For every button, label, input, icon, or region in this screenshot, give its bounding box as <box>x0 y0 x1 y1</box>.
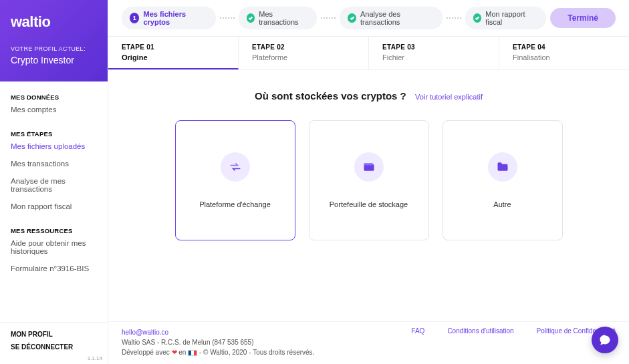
content-area: Où sont stockées vos cryptos ? Voir tuto… <box>108 70 629 321</box>
etape-number: ETAPE 03 <box>382 43 485 51</box>
nav-mes-comptes[interactable]: Mes comptes <box>0 101 108 118</box>
footer-terms[interactable]: Conditions d'utilisation <box>447 327 513 335</box>
sidebar-nav: MES DONNÉES Mes comptes MES ÉTAPES Mes f… <box>0 81 108 322</box>
chat-button[interactable] <box>592 327 618 353</box>
profile-name: Crypto Investor <box>11 55 97 65</box>
wizard-divider <box>321 17 336 19</box>
footer-faq[interactable]: FAQ <box>411 327 424 335</box>
step-number-badge: 1 <box>130 13 139 23</box>
footer-company: Waltio SAS - R.C.S. de Melun (847 535 65… <box>122 339 254 346</box>
side-heading-etapes: MES ÉTAPES <box>0 130 108 138</box>
main: 1 Mes fichiers cryptos Mes transactions … <box>108 0 629 364</box>
check-icon <box>348 13 356 23</box>
nav-fichiers-uploades[interactable]: Mes fichiers uploadés <box>0 138 108 155</box>
side-heading-ressources: MES RESSOURCES <box>0 227 108 234</box>
profile-label: VOTRE PROFIL ACTUEL: <box>11 45 97 52</box>
footer-links: FAQ Conditions d'utilisation Politique d… <box>411 327 616 335</box>
sidebar-bottom: MON PROFIL SE DÉCONNECTER 1.1.14 <box>0 322 108 364</box>
sidebar: waltio VOTRE PROFIL ACTUEL: Crypto Inves… <box>0 0 108 364</box>
etape-tab-4[interactable]: ETAPE 04 Finalisation <box>499 37 629 69</box>
version-label: 1.1.14 <box>88 355 102 361</box>
etape-title: Origine <box>122 53 225 61</box>
card-label: Autre <box>493 200 511 208</box>
etape-title: Fichier <box>382 53 485 61</box>
nav-mon-profil[interactable]: MON PROFIL <box>11 331 97 338</box>
wizard-bar: 1 Mes fichiers cryptos Mes transactions … <box>108 0 629 36</box>
tutorial-link[interactable]: Voir tutoriel explicatif <box>415 93 483 101</box>
card-label: Portefeuille de stockage <box>330 200 408 208</box>
wizard-step-2[interactable]: Mes transactions <box>239 7 318 29</box>
wizard-step-label: Mes fichiers cryptos <box>143 10 207 26</box>
etape-tab-2[interactable]: ETAPE 02 Plateforme <box>239 37 369 69</box>
wallet-icon <box>354 152 384 182</box>
wizard-divider <box>447 17 461 19</box>
svg-rect-1 <box>364 163 372 165</box>
wizard-divider <box>220 17 235 19</box>
wizard-step-label: Mon rapport fiscal <box>485 10 538 26</box>
etape-tab-1[interactable]: ETAPE 01 Origine <box>108 37 239 69</box>
nav-rapport-fiscal[interactable]: Mon rapport fiscal <box>0 198 108 215</box>
footer-email[interactable]: hello@waltio.co <box>122 329 168 336</box>
wizard-step-label: Mes transactions <box>259 10 309 26</box>
side-heading-data: MES DONNÉES <box>0 94 108 101</box>
chat-icon <box>598 333 612 347</box>
card-other[interactable]: Autre <box>443 120 563 240</box>
nav-aide-historiques[interactable]: Aide pour obtenir mes historiques <box>0 234 108 260</box>
france-flag-icon <box>188 350 197 356</box>
etape-number: ETAPE 04 <box>513 43 616 51</box>
nav-analyse-transactions[interactable]: Analyse de mes transactions <box>0 172 108 198</box>
etape-tabs: ETAPE 01 Origine ETAPE 02 Plateforme ETA… <box>108 36 629 70</box>
logo: waltio <box>11 13 97 31</box>
wizard-step-3[interactable]: Analyse des transactions <box>340 7 442 29</box>
folder-icon <box>488 152 517 182</box>
check-icon <box>473 13 482 23</box>
etape-number: ETAPE 01 <box>122 43 225 51</box>
exchange-icon <box>221 152 250 182</box>
etape-title: Plateforme <box>252 53 355 61</box>
nav-mes-transactions[interactable]: Mes transactions <box>0 155 108 172</box>
footer-left: hello@waltio.co Waltio SAS - R.C.S. de M… <box>122 327 314 357</box>
etape-title: Finalisation <box>513 53 616 61</box>
check-icon <box>247 13 255 23</box>
done-button[interactable]: Terminé <box>550 8 616 28</box>
wizard-step-4[interactable]: Mon rapport fiscal <box>465 7 547 29</box>
heart-icon: ❤ <box>172 349 177 356</box>
wizard-step-1[interactable]: 1 Mes fichiers cryptos <box>122 7 216 29</box>
card-label: Plateforme d'échange <box>199 200 271 208</box>
etape-number: ETAPE 02 <box>252 43 355 51</box>
nav-formulaire-3916[interactable]: Formulaire n°3916-BIS <box>0 260 108 277</box>
etape-tab-3[interactable]: ETAPE 03 Fichier <box>369 37 499 69</box>
wizard-step-label: Analyse des transactions <box>360 10 434 26</box>
card-wallet[interactable]: Portefeuille de stockage <box>309 120 429 240</box>
page-question: Où sont stockées vos cryptos ? <box>255 90 406 102</box>
sidebar-header: waltio VOTRE PROFIL ACTUEL: Crypto Inves… <box>0 0 108 81</box>
footer-dev: Développé avec ❤ en - © Waltio, 2020 - T… <box>122 349 314 356</box>
footer: hello@waltio.co Waltio SAS - R.C.S. de M… <box>108 321 629 364</box>
nav-deconnecter[interactable]: SE DÉCONNECTER <box>11 343 97 351</box>
card-exchange[interactable]: Plateforme d'échange <box>175 120 295 240</box>
option-cards: Plateforme d'échange Portefeuille de sto… <box>135 120 602 240</box>
